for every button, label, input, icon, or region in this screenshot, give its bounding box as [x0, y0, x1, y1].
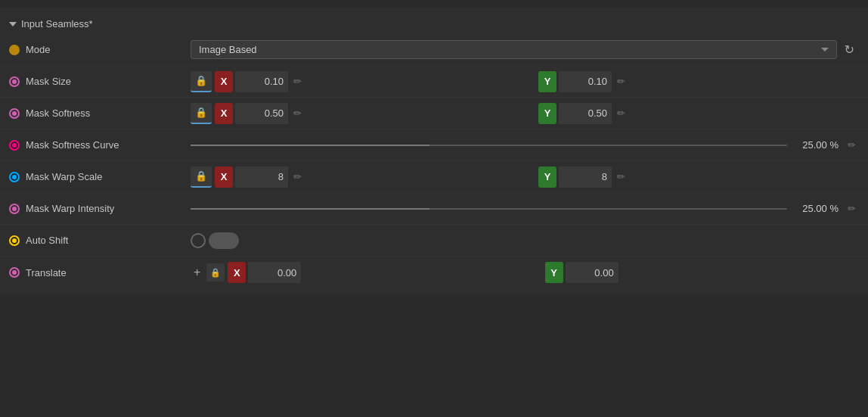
mask-softness-xy: X ✏ Y ✏: [215, 103, 859, 124]
mask-warp-intensity-slider-track[interactable]: [191, 208, 787, 210]
mask-softness-curve-slider-group: 25.00 % ✏: [191, 138, 859, 152]
mask-warp-intensity-dot-inner: [12, 207, 17, 211]
auto-shift-toggle-switch[interactable]: [209, 232, 239, 249]
mask-softness-curve-value: 25.00 %: [793, 139, 839, 151]
mask-warp-intensity-row: Mask Warp Intensity 25.00 % ✏: [0, 193, 868, 225]
mask-softness-curve-dot: [9, 140, 20, 151]
mask-size-dot: [9, 76, 20, 87]
mask-size-y-group: Y ✏: [538, 71, 859, 92]
translate-lock-button[interactable]: 🔒: [206, 263, 225, 282]
mask-warp-scale-controls: 🔒 X ✏ Y ✏: [191, 166, 859, 188]
mask-warp-scale-row: Mask Warp Scale 🔒 X ✏ Y ✏: [0, 161, 868, 193]
translate-x-label: X: [228, 262, 246, 283]
mask-size-xy: X ✏ Y ✏: [215, 71, 859, 92]
lock-icon: 🔒: [195, 75, 207, 86]
mask-warp-intensity-value: 25.00 %: [793, 203, 839, 214]
mask-size-y-input[interactable]: [559, 71, 612, 92]
mask-softness-x-edit-icon[interactable]: ✏: [290, 106, 305, 120]
translate-lock-icon: 🔒: [210, 268, 221, 278]
mode-value: Image Based: [199, 44, 257, 55]
mask-size-lock-button[interactable]: 🔒: [191, 71, 212, 92]
mask-softness-x-input[interactable]: [235, 103, 288, 124]
mask-softness-lock-button[interactable]: 🔒: [191, 103, 212, 124]
mask-softness-curve-label: Mask Softness Curve: [26, 139, 119, 151]
translate-label-group: Translate: [9, 267, 191, 279]
mode-dot: [9, 45, 20, 55]
translate-xy: X Y: [228, 262, 859, 283]
mask-warp-scale-x-group: X ✏: [215, 166, 535, 188]
mask-size-x-group: X ✏: [215, 71, 535, 92]
mode-undo-button[interactable]: ↺: [840, 39, 859, 60]
mask-softness-y-edit-icon[interactable]: ✏: [614, 106, 628, 120]
mask-size-x-input[interactable]: [235, 71, 288, 92]
mode-dropdown[interactable]: Image Based: [191, 40, 837, 59]
mask-size-label-group: Mask Size: [9, 76, 191, 87]
mask-size-controls: 🔒 X ✏ Y ✏: [191, 71, 859, 92]
mask-warp-intensity-dot: [9, 204, 20, 214]
mask-warp-scale-y-group: Y ✏: [538, 166, 859, 188]
mask-warp-scale-label-group: Mask Warp Scale: [9, 171, 191, 182]
auto-shift-controls: [191, 232, 859, 249]
auto-shift-row: Auto Shift: [0, 225, 868, 257]
mask-softness-dot-inner: [12, 111, 17, 116]
mask-warp-scale-x-edit-icon[interactable]: ✏: [290, 170, 305, 184]
auto-shift-label-group: Auto Shift: [9, 235, 191, 246]
mask-size-x-label: X: [215, 71, 233, 92]
mask-warp-intensity-slider-fill: [191, 208, 429, 210]
translate-row: Translate + 🔒 X Y: [0, 257, 868, 288]
auto-shift-dot-inner: [12, 238, 17, 243]
mask-softness-row: Mask Softness 🔒 X ✏ Y ✏: [0, 98, 868, 129]
mask-softness-curve-edit-icon[interactable]: ✏: [845, 138, 859, 152]
mask-warp-scale-lock-button[interactable]: 🔒: [191, 166, 212, 188]
translate-dot-inner: [12, 270, 17, 275]
lock-icon-3: 🔒: [195, 170, 207, 182]
mode-label: Mode: [26, 44, 51, 55]
mask-size-x-edit-icon[interactable]: ✏: [290, 74, 305, 89]
mask-softness-curve-slider-track[interactable]: [191, 145, 787, 146]
mask-softness-dot: [9, 108, 20, 119]
mask-warp-intensity-edit-icon[interactable]: ✏: [845, 201, 859, 216]
mask-warp-scale-y-input[interactable]: [559, 166, 612, 188]
mask-softness-label: Mask Softness: [26, 107, 90, 119]
section-header[interactable]: Input Seamless*: [0, 14, 868, 34]
translate-label: Translate: [26, 267, 67, 279]
dropdown-arrow-icon: [821, 48, 829, 51]
mask-warp-scale-xy: X ✏ Y ✏: [215, 166, 859, 188]
collapse-icon: [9, 22, 17, 26]
mask-size-dot-inner: [12, 79, 17, 84]
mask-softness-x-group: X ✏: [215, 103, 535, 124]
mask-warp-scale-y-edit-icon[interactable]: ✏: [614, 170, 628, 184]
translate-add-button[interactable]: +: [191, 264, 203, 281]
mask-warp-scale-dot-inner: [12, 175, 17, 179]
mask-warp-scale-x-label: X: [215, 166, 233, 188]
mask-warp-intensity-label: Mask Warp Intensity: [26, 203, 114, 214]
mask-softness-label-group: Mask Softness: [9, 107, 191, 119]
translate-y-group: Y: [545, 262, 859, 283]
auto-shift-label: Auto Shift: [26, 235, 68, 246]
lock-icon-2: 🔒: [195, 107, 207, 118]
mask-size-y-label: Y: [538, 71, 556, 92]
mask-softness-y-input[interactable]: [559, 103, 612, 124]
mask-warp-scale-dot: [9, 172, 20, 182]
mode-label-group: Mode: [9, 44, 191, 55]
mask-warp-scale-y-label: Y: [538, 166, 556, 188]
translate-controls: + 🔒 X Y: [191, 262, 859, 283]
mode-row: Mode Image Based ↺: [0, 34, 868, 66]
translate-y-label: Y: [545, 262, 563, 283]
translate-x-input[interactable]: [248, 262, 301, 283]
mask-softness-curve-dot-inner: [12, 143, 17, 148]
mask-size-y-edit-icon[interactable]: ✏: [614, 74, 628, 89]
mask-softness-x-label: X: [215, 103, 233, 124]
mask-softness-curve-slider-fill: [191, 145, 429, 146]
translate-x-group: X: [228, 262, 541, 283]
mask-warp-intensity-controls: 25.00 % ✏: [191, 201, 859, 216]
mask-softness-curve-label-group: Mask Softness Curve: [9, 139, 191, 151]
translate-y-input[interactable]: [566, 262, 618, 283]
section-title: Input Seamless*: [21, 18, 93, 30]
mode-controls: Image Based ↺: [191, 39, 859, 60]
mask-warp-intensity-slider-group: 25.00 % ✏: [191, 201, 859, 216]
mask-size-label: Mask Size: [26, 76, 71, 87]
auto-shift-toggle[interactable]: [191, 233, 206, 248]
mask-warp-scale-x-input[interactable]: [235, 166, 288, 188]
mask-softness-controls: 🔒 X ✏ Y ✏: [191, 103, 859, 124]
